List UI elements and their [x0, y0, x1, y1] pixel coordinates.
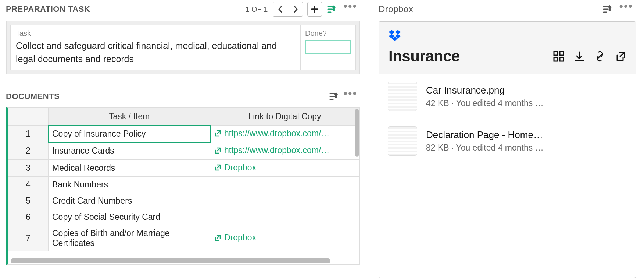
dropbox-panel: Insurance — [379, 21, 636, 278]
filter-icon[interactable] — [327, 4, 338, 14]
table-header-row: Task / Item Link to Digital Copy — [8, 108, 359, 125]
dropbox-folder-title: Insurance — [389, 47, 460, 65]
digital-copy-link[interactable]: Dropbox — [214, 163, 256, 173]
link-cell[interactable]: https://www.dropbox.com/… — [210, 142, 359, 160]
vertical-scrollbar[interactable] — [355, 109, 359, 157]
table-row[interactable]: 2Insurance Cardshttps://www.dropbox.com/… — [8, 142, 359, 160]
item-cell[interactable]: Medical Records — [49, 159, 210, 177]
documents-table: Task / Item Link to Digital Copy 1Copy o… — [6, 107, 360, 265]
file-name: Declaration Page - Home… — [426, 129, 544, 141]
next-record-button[interactable] — [288, 2, 303, 16]
file-thumbnail — [388, 126, 417, 156]
row-number[interactable]: 4 — [8, 177, 49, 193]
table-row[interactable]: 4Bank Numbers — [8, 177, 359, 193]
dropbox-pane-title: Dropbox — [379, 4, 598, 14]
file-meta: 82 KB · You edited 4 months … — [426, 143, 544, 153]
row-number[interactable]: 2 — [8, 142, 49, 160]
svg-rect-2 — [554, 57, 558, 61]
link-cell[interactable] — [210, 209, 359, 225]
open-external-button[interactable] — [615, 51, 626, 62]
dropbox-file-item[interactable]: Declaration Page - Home…82 KB · You edit… — [379, 119, 636, 163]
row-number[interactable]: 5 — [8, 193, 49, 209]
dropbox-file-item[interactable]: Car Insurance.png42 KB · You edited 4 mo… — [379, 74, 636, 119]
done-label: Done? — [305, 29, 351, 38]
item-cell[interactable]: Credit Card Numbers — [49, 193, 210, 209]
item-cell[interactable]: Copies of Birth and/or Marriage Certific… — [49, 225, 210, 251]
done-cell: Done? — [300, 25, 355, 70]
col-header-item[interactable]: Task / Item — [49, 108, 210, 125]
external-link-icon — [214, 130, 221, 137]
done-checkbox[interactable] — [305, 40, 351, 54]
link-cell[interactable] — [210, 177, 359, 193]
dropbox-logo-icon — [389, 30, 401, 41]
external-link-icon — [214, 234, 221, 242]
task-cell[interactable]: Task Collect and safeguard critical fina… — [11, 25, 300, 70]
table-row[interactable]: 7Copies of Birth and/or Marriage Certifi… — [8, 225, 359, 251]
digital-copy-link[interactable]: https://www.dropbox.com/… — [214, 145, 329, 155]
digital-copy-link[interactable]: Dropbox — [214, 233, 256, 243]
file-thumbnail — [388, 82, 417, 111]
link-cell[interactable]: https://www.dropbox.com/… — [210, 125, 359, 142]
svg-rect-3 — [560, 57, 564, 61]
link-cell[interactable]: Dropbox — [210, 159, 359, 177]
prev-record-button[interactable] — [273, 2, 288, 16]
prep-header: PREPARATION TASK 1 OF 1 ••• — [6, 0, 360, 18]
item-cell[interactable]: Bank Numbers — [49, 177, 210, 193]
record-counter: 1 OF 1 — [245, 5, 268, 14]
filter-icon[interactable] — [329, 92, 340, 101]
table-row[interactable]: 6Copy of Social Security Card — [8, 209, 359, 225]
download-button[interactable] — [574, 51, 585, 62]
task-label: Task — [16, 29, 295, 38]
file-name: Car Insurance.png — [426, 85, 544, 96]
filter-icon[interactable] — [603, 4, 614, 14]
row-number[interactable]: 3 — [8, 159, 49, 177]
link-cell[interactable] — [210, 193, 359, 209]
documents-title: DOCUMENTS — [6, 92, 326, 101]
external-link-icon — [214, 147, 221, 154]
prep-card: Task Collect and safeguard critical fina… — [6, 21, 360, 74]
digital-copy-link[interactable]: https://www.dropbox.com/… — [214, 129, 329, 138]
copy-link-button[interactable] — [594, 50, 605, 62]
item-cell[interactable]: Copy of Social Security Card — [49, 209, 210, 225]
prep-title: PREPARATION TASK — [6, 4, 243, 14]
item-cell[interactable]: Copy of Insurance Policy — [49, 125, 210, 142]
horizontal-scrollbar[interactable] — [11, 258, 330, 263]
external-link-icon — [214, 164, 221, 171]
col-header-link[interactable]: Link to Digital Copy — [210, 108, 359, 125]
task-text: Collect and safeguard critical financial… — [16, 39, 295, 66]
documents-header: DOCUMENTS ••• — [6, 89, 360, 104]
row-number[interactable]: 1 — [8, 125, 49, 142]
svg-rect-1 — [560, 52, 564, 55]
dropbox-header: Dropbox ••• — [379, 0, 636, 18]
file-meta: 42 KB · You edited 4 months … — [426, 98, 544, 108]
table-row[interactable]: 3Medical RecordsDropbox — [8, 159, 359, 177]
row-number[interactable]: 7 — [8, 225, 49, 251]
link-cell[interactable]: Dropbox — [210, 225, 359, 251]
item-cell[interactable]: Insurance Cards — [49, 142, 210, 160]
row-number[interactable]: 6 — [8, 209, 49, 225]
record-nav — [273, 2, 303, 17]
row-number-header[interactable] — [8, 108, 49, 125]
table-row[interactable]: 5Credit Card Numbers — [8, 193, 359, 209]
grid-view-button[interactable] — [553, 51, 564, 62]
add-record-button[interactable] — [307, 2, 322, 17]
table-row[interactable]: 1Copy of Insurance Policyhttps://www.dro… — [8, 125, 359, 142]
svg-rect-0 — [554, 52, 558, 55]
